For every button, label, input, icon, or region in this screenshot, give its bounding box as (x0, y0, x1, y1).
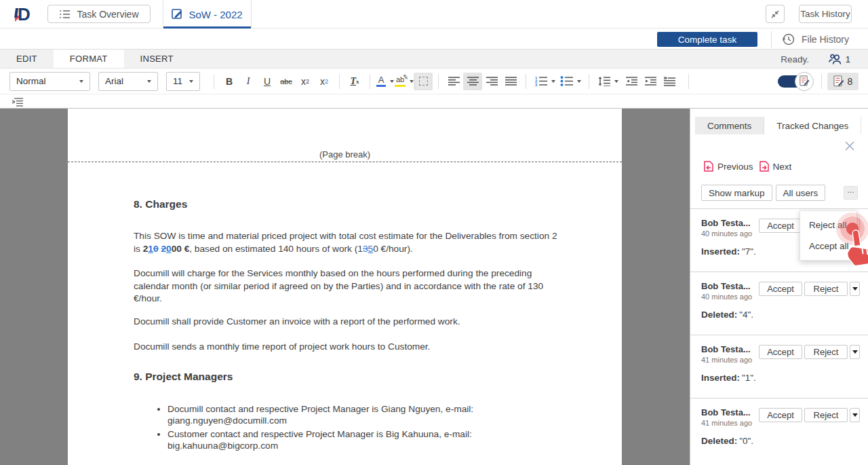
line-spacing-icon (598, 76, 610, 86)
users-icon (829, 54, 842, 65)
increase-indent-icon (645, 77, 656, 86)
format-toolbar: Normal Arial 11 B I U abc x2 x2 Tx A ✎ab (0, 69, 868, 94)
work-area: (Page break) 8. Charges This SOW is time… (0, 109, 868, 465)
text-color-button[interactable]: A (376, 73, 395, 90)
tracked-change-entry: Bob Testa... 41 minutes ago Accept Rejec… (690, 335, 868, 398)
bullet-list-button[interactable] (557, 73, 583, 90)
italic-button[interactable]: I (239, 73, 258, 90)
show-markup-button[interactable]: Show markup (701, 185, 772, 201)
change-options-button[interactable] (850, 345, 860, 359)
decrease-indent-icon (626, 77, 637, 86)
accept-button[interactable]: Accept (759, 282, 802, 296)
collapse-panel-button[interactable] (766, 5, 785, 23)
app-window: D Task Overview SoW - 2022 (0, 0, 868, 465)
paragraph-style-value: Normal (16, 76, 46, 86)
align-left-button[interactable] (444, 73, 463, 90)
menu-item-accept-all[interactable]: Accept all (800, 236, 856, 257)
previous-label: Previous (717, 162, 753, 172)
action-bar: Complete task File History (0, 29, 868, 50)
accept-button[interactable]: Accept (759, 345, 802, 359)
task-history-button[interactable]: Task History (799, 5, 852, 23)
previous-change-icon (704, 161, 713, 172)
svg-text:3: 3 (535, 83, 538, 86)
align-center-icon (467, 77, 479, 86)
divider (339, 74, 340, 89)
menu-tab-format[interactable]: FORMAT (54, 50, 124, 68)
complete-task-button[interactable]: Complete task (657, 32, 757, 47)
change-action: Inserted: (701, 373, 740, 383)
highlight-color-button[interactable]: ✎ab (395, 73, 414, 90)
tab-tracked-changes[interactable]: Tracked Changes (764, 117, 861, 134)
tracked-insertion: 0 (166, 244, 172, 254)
chevron-down-icon (852, 287, 858, 291)
decrease-indent-button[interactable] (622, 73, 641, 90)
tab-task-overview[interactable]: Task Overview (47, 5, 151, 23)
change-options-button[interactable] (850, 408, 860, 422)
bold-button[interactable]: B (220, 73, 239, 90)
menu-tab-insert[interactable]: INSERT (124, 50, 190, 68)
close-panel-button[interactable] (844, 141, 855, 151)
menu-bar: EDIT FORMAT INSERT Ready. 1 (0, 50, 868, 69)
subscript-button[interactable]: x2 (315, 73, 334, 90)
reject-button[interactable]: Reject (804, 408, 848, 422)
accept-button[interactable]: Accept (759, 408, 802, 422)
change-value: "4". (739, 310, 753, 320)
next-change-button[interactable]: Next (760, 161, 792, 172)
align-right-button[interactable] (482, 73, 501, 90)
borders-button[interactable] (414, 73, 433, 90)
online-count: 1 (846, 54, 850, 64)
clear-formatting-button[interactable]: Tx (345, 73, 364, 90)
document-page[interactable]: (Page break) 8. Charges This SOW is time… (68, 109, 622, 465)
tracked-changes-toggle-group: 8 (778, 73, 859, 90)
online-users: 1 (829, 50, 850, 69)
font-size-select[interactable]: 11 (166, 72, 200, 91)
tracked-changes-count: 8 (848, 76, 853, 87)
numbered-list-button[interactable]: 123 (532, 73, 557, 90)
page-break-line (68, 162, 622, 162)
increase-indent-button[interactable] (641, 73, 660, 90)
align-justify-button[interactable] (501, 73, 520, 90)
align-left-icon (448, 77, 460, 86)
underline-button[interactable]: U (258, 73, 277, 90)
paragraph-style-select[interactable]: Normal (9, 72, 90, 91)
tracked-change-entry: Bob Testa... 40 minutes ago Accept Rejec… (690, 272, 868, 335)
menu-tab-edit[interactable]: EDIT (0, 50, 54, 68)
file-history-label: File History (802, 34, 849, 45)
tab-document-label: SoW - 2022 (189, 9, 242, 20)
divider (214, 74, 214, 89)
align-center-button[interactable] (463, 73, 482, 90)
next-change-icon (760, 161, 769, 172)
bullet-list-icon (560, 76, 573, 86)
accept-button[interactable]: Accept (759, 219, 802, 233)
collapse-arrows-icon (770, 10, 780, 19)
strikethrough-button[interactable]: abc (277, 73, 296, 90)
all-users-filter-button[interactable]: All users (776, 185, 826, 201)
font-size-value: 11 (173, 76, 182, 86)
tracked-changes-count-button[interactable]: 8 (827, 73, 859, 90)
font-family-select[interactable]: Arial (98, 72, 158, 91)
divider (821, 74, 822, 89)
more-options-button[interactable]: ... (844, 186, 858, 200)
line-spacing-button[interactable] (595, 73, 622, 90)
change-options-button[interactable] (850, 282, 860, 296)
tab-comments[interactable]: Comments (695, 117, 764, 134)
file-history-button[interactable]: File History (782, 31, 849, 48)
change-value: "0". (739, 436, 753, 446)
divider (370, 74, 370, 89)
change-action: Deleted: (701, 310, 737, 320)
document-canvas[interactable]: (Page break) 8. Charges This SOW is time… (0, 109, 690, 465)
tab-document-sow[interactable]: SoW - 2022 (163, 0, 252, 29)
reject-button[interactable]: Reject (804, 345, 848, 359)
change-author: Bob Testa... (701, 281, 760, 291)
reject-button[interactable]: Reject (804, 282, 848, 296)
font-family-value: Arial (105, 76, 123, 86)
change-navigation: Previous Next (704, 161, 791, 172)
align-justify-icon (505, 77, 517, 86)
tracked-changes-toggle[interactable] (778, 75, 805, 88)
superscript-button[interactable]: x2 (296, 73, 315, 90)
first-line-indent-button[interactable] (660, 73, 679, 90)
tab-task-overview-label: Task Overview (77, 9, 138, 20)
menu-item-reject-all[interactable]: Reject all (800, 215, 856, 236)
previous-change-button[interactable]: Previous (704, 161, 753, 172)
change-author: Bob Testa... (701, 344, 760, 354)
